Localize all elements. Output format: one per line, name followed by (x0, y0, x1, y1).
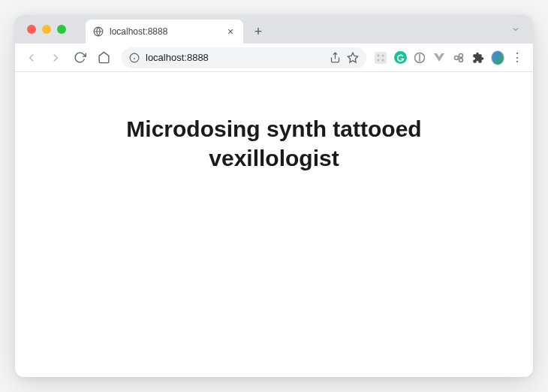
svg-marker-14 (434, 53, 444, 62)
tab-title: localhost:8888 (110, 26, 219, 37)
svg-marker-5 (348, 53, 357, 62)
info-icon[interactable] (129, 53, 140, 63)
extension-icon-1[interactable] (374, 51, 387, 65)
svg-point-10 (382, 59, 384, 61)
svg-point-9 (378, 59, 380, 61)
grammarly-icon[interactable] (393, 51, 407, 65)
svg-point-17 (459, 58, 463, 62)
toolbar: ⋮ (15, 44, 533, 72)
url-input[interactable] (146, 52, 324, 63)
address-bar[interactable] (122, 47, 366, 68)
svg-rect-6 (375, 52, 387, 64)
page-content: Microdosing synth tattooed vexillologist (15, 72, 533, 377)
extensions-menu-icon[interactable] (471, 51, 485, 65)
browser-tab[interactable]: localhost:8888 × (86, 20, 243, 44)
reload-button[interactable] (69, 47, 90, 68)
browser-window: localhost:8888 × + (15, 15, 533, 377)
traffic-lights (27, 25, 66, 34)
home-button[interactable] (93, 47, 114, 68)
extension-icons: ⋮ (374, 51, 527, 65)
window-maximize-button[interactable] (57, 25, 66, 34)
extension-icon-3[interactable] (413, 51, 426, 65)
vue-icon[interactable] (432, 51, 446, 65)
svg-point-7 (378, 54, 380, 56)
svg-point-16 (459, 53, 463, 57)
title-bar: localhost:8888 × + (15, 15, 533, 44)
svg-point-8 (382, 54, 384, 56)
back-button[interactable] (21, 47, 42, 68)
extension-icon-5[interactable] (452, 51, 465, 65)
tab-close-button[interactable]: × (225, 26, 236, 37)
window-minimize-button[interactable] (42, 25, 51, 34)
share-icon[interactable] (330, 52, 341, 63)
profile-avatar[interactable] (491, 51, 504, 65)
tabs-area: localhost:8888 × + (86, 15, 269, 44)
bookmark-icon[interactable] (347, 52, 359, 64)
svg-point-15 (455, 56, 459, 59)
forward-button[interactable] (45, 47, 66, 68)
new-tab-button[interactable]: + (248, 21, 269, 42)
page-heading: Microdosing synth tattooed vexillologist (94, 114, 454, 377)
menu-button[interactable]: ⋮ (510, 51, 524, 65)
window-close-button[interactable] (27, 25, 36, 34)
svg-point-11 (394, 51, 407, 64)
window-dropdown-button[interactable] (509, 24, 522, 35)
globe-icon (93, 26, 104, 37)
